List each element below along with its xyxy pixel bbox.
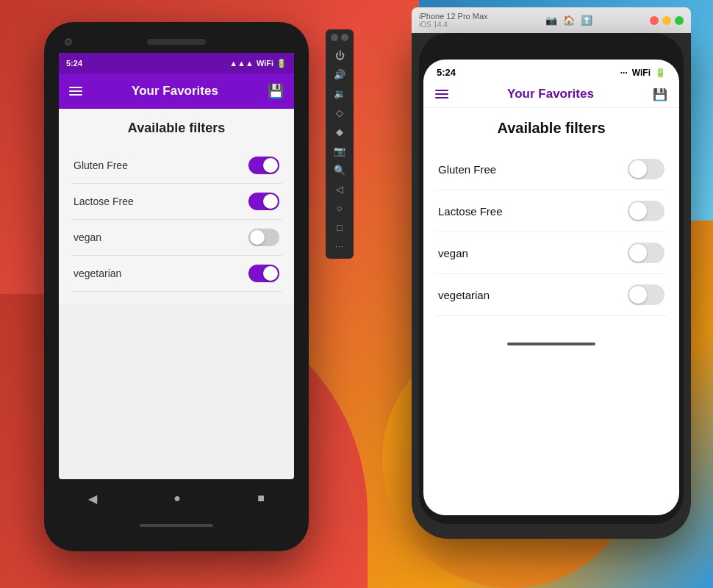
- more-icon[interactable]: ···: [332, 238, 348, 254]
- window-controls: [331, 34, 348, 41]
- ios-filter-label-vegan: vegan: [438, 247, 468, 259]
- zoom-icon[interactable]: 🔍: [332, 162, 348, 178]
- ios-toggle-thumb-vegan: [629, 244, 647, 262]
- ios-home-bar: [507, 343, 595, 345]
- android-status-bar: 5:24 ▲▲▲ WiFi 🔋: [59, 53, 294, 74]
- power-icon[interactable]: ⏻: [332, 47, 348, 63]
- android-toggle-vegan[interactable]: [248, 229, 279, 246]
- android-filter-label-vegan: vegan: [74, 232, 101, 243]
- close-btn[interactable]: [331, 34, 338, 41]
- android-camera: [65, 38, 72, 46]
- ios-filter-label-vegetarian: vegetarian: [438, 289, 490, 301]
- ios-filter-row-vegetarian: vegetarian: [435, 274, 667, 316]
- android-filter-row-gluten: Gluten Free: [71, 148, 282, 184]
- ios-toggle-vegan[interactable]: [628, 243, 664, 263]
- android-filter-row-vegan: vegan: [71, 220, 282, 256]
- ios-screen: 5:24 ··· WiFi 🔋 Your Favorites 💾: [423, 60, 679, 515]
- android-phone: 5:24 ▲▲▲ WiFi 🔋 Your Favorites 💾 Availab…: [44, 22, 309, 551]
- ios-toggle-vegetarian[interactable]: [628, 284, 664, 305]
- ios-menu-icon[interactable]: [435, 90, 448, 98]
- android-screen: 5:24 ▲▲▲ WiFi 🔋 Your Favorites 💾 Availab…: [59, 53, 294, 479]
- ios-toggle-thumb-vegetarian: [629, 286, 647, 304]
- ios-app-title: Your Favorites: [448, 87, 653, 101]
- ios-share-win-icon[interactable]: ⬆️: [581, 15, 592, 26]
- volume-down-icon[interactable]: 🔉: [332, 85, 348, 101]
- ios-notch: [507, 33, 595, 54]
- ios-dots: ···: [620, 68, 628, 78]
- ios-app-bar: Your Favorites 💾: [423, 81, 679, 108]
- ios-section-title: Available filters: [435, 120, 667, 137]
- ios-phone-inner: 5:24 ··· WiFi 🔋 Your Favorites 💾: [419, 33, 684, 524]
- ios-battery-icon: 🔋: [655, 68, 666, 78]
- ios-toggle-thumb-gluten: [629, 160, 647, 178]
- erase2-icon[interactable]: ◆: [332, 123, 348, 140]
- ios-phone: 5:24 ··· WiFi 🔋 Your Favorites 💾: [412, 33, 691, 539]
- android-wifi-icon: WiFi: [257, 59, 273, 68]
- ios-window-subtitle: iOS 14.4: [419, 21, 488, 29]
- ios-window-bar: iPhone 12 Pro Max iOS 14.4 📷 🏠 ⬆️: [412, 7, 691, 33]
- ios-notch-area: [423, 33, 679, 60]
- ios-filter-row-vegan: vegan: [435, 232, 667, 274]
- ios-window-icons: 📷 🏠 ⬆️: [545, 15, 592, 26]
- android-signal-icon: ▲▲▲: [229, 59, 254, 68]
- android-toggle-vegetarian[interactable]: [248, 265, 279, 282]
- android-filter-row-lactose: Lactose Free: [71, 184, 282, 220]
- min-btn[interactable]: [341, 34, 348, 41]
- ios-filter-label-gluten: Gluten Free: [438, 163, 496, 176]
- ios-home-win-icon[interactable]: 🏠: [563, 15, 575, 26]
- android-battery-icon: 🔋: [276, 59, 287, 68]
- ios-window-title: iPhone 12 Pro Max: [419, 12, 488, 21]
- android-app-bar: Your Favorites 💾: [59, 74, 294, 109]
- ios-min-btn[interactable]: [662, 16, 671, 25]
- ios-filter-row-gluten: Gluten Free: [435, 148, 667, 190]
- erase-icon[interactable]: ◇: [332, 104, 348, 121]
- ios-wifi-icon: WiFi: [632, 68, 651, 78]
- android-speaker: [147, 39, 206, 45]
- android-filter-label-vegetarian: vegetarian: [74, 268, 121, 279]
- circle-icon[interactable]: ○: [332, 200, 348, 216]
- android-filter-row-vegetarian: vegetarian: [71, 256, 282, 292]
- android-content: Available filters Gluten Free Lactose Fr…: [59, 109, 294, 304]
- square-icon[interactable]: □: [332, 219, 348, 235]
- ios-status-bar: 5:24 ··· WiFi 🔋: [423, 60, 679, 81]
- ios-time: 5:24: [437, 67, 456, 78]
- ios-toggle-gluten[interactable]: [628, 159, 664, 179]
- android-home-btn[interactable]: ●: [173, 492, 181, 505]
- ios-filter-row-lactose: Lactose Free: [435, 190, 667, 232]
- android-bottom-line: [140, 524, 213, 527]
- ios-content: Available filters Gluten Free Lactose Fr…: [423, 108, 679, 328]
- ios-toggle-lactose[interactable]: [628, 201, 664, 221]
- android-back-btn[interactable]: ◀: [88, 492, 97, 506]
- android-menu-icon[interactable]: [69, 87, 82, 96]
- back-icon[interactable]: ◁: [332, 181, 348, 197]
- camera-icon[interactable]: 📷: [332, 143, 348, 159]
- ios-camera-win-icon[interactable]: 📷: [545, 15, 557, 26]
- ios-filter-label-lactose: Lactose Free: [438, 205, 503, 218]
- android-recent-btn[interactable]: ■: [257, 492, 265, 505]
- ios-window-left: iPhone 12 Pro Max iOS 14.4: [419, 12, 488, 29]
- android-status-icons: ▲▲▲ WiFi 🔋: [229, 59, 287, 68]
- ios-phone-wrapper: iPhone 12 Pro Max iOS 14.4 📷 🏠 ⬆️ 5:24: [412, 7, 691, 539]
- ios-max-btn[interactable]: [675, 16, 684, 25]
- android-nav-bar: ◀ ● ■: [50, 482, 303, 514]
- android-section-title: Available filters: [71, 121, 282, 136]
- ios-toggle-thumb-lactose: [629, 202, 647, 220]
- ios-window-controls: [650, 16, 684, 25]
- android-filter-label-lactose: Lactose Free: [74, 196, 134, 207]
- android-app-title: Your Favorites: [132, 84, 218, 98]
- ios-close-btn[interactable]: [650, 16, 659, 25]
- android-time: 5:24: [66, 59, 82, 68]
- emulator-toolbar: ⏻ 🔊 🔉 ◇ ◆ 📷 🔍 ◁ ○ □ ···: [326, 29, 354, 259]
- ios-save-icon[interactable]: 💾: [653, 87, 667, 101]
- android-save-icon[interactable]: 💾: [268, 83, 284, 99]
- volume-up-icon[interactable]: 🔊: [332, 66, 348, 82]
- android-bottom-bar: [140, 514, 213, 537]
- android-toggle-gluten[interactable]: [248, 157, 279, 174]
- android-filter-label-gluten: Gluten Free: [74, 159, 128, 171]
- ios-status-icons: ··· WiFi 🔋: [620, 68, 666, 78]
- android-top-bar: [50, 31, 303, 53]
- ios-home-indicator: [423, 328, 679, 350]
- android-toggle-lactose[interactable]: [248, 193, 279, 210]
